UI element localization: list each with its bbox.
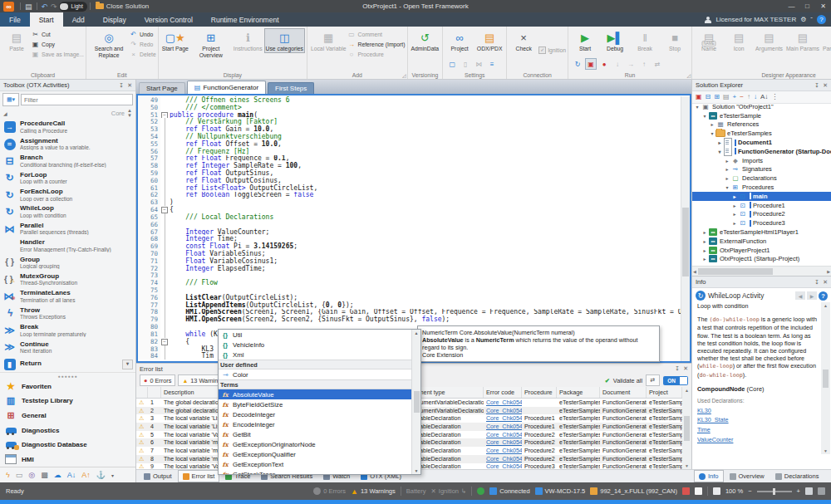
tree-item-solution-otxproject1[interactable]: ▾▣Solution "OtxProject1" <box>692 102 831 111</box>
menu-tab-version-control[interactable]: Version Control <box>135 12 202 27</box>
zoom-slider[interactable] <box>757 491 792 492</box>
error-code-link[interactable]: Core_Chk054 <box>484 423 522 430</box>
translate-a-icon[interactable]: A↓ <box>67 471 76 479</box>
step-into-icon[interactable]: ↓ <box>612 58 623 70</box>
error-code-link[interactable]: Core_Chk054 <box>484 456 522 462</box>
menu-tab-display[interactable]: Display <box>94 12 135 27</box>
pin-icon[interactable]: ↧ <box>675 365 680 372</box>
ribbon-button-check[interactable]: ×Check <box>509 28 538 53</box>
status-errors[interactable]: 0 Errors <box>313 487 346 495</box>
stop-x-icon[interactable]: ▣ <box>585 58 597 70</box>
grid-view-icon[interactable] <box>818 487 825 495</box>
move-down-icon[interactable]: ↓ <box>754 94 757 100</box>
status-vci[interactable]: VW-MCD-17.5 <box>535 487 586 495</box>
panel-tab-overview[interactable]: Overview <box>725 470 770 482</box>
column-header-error-code[interactable]: Error code <box>484 387 522 398</box>
error-code-link[interactable]: Core_Chk054 <box>484 448 522 454</box>
status-vci-monitor[interactable] <box>477 487 484 495</box>
chevron-right-icon[interactable]: ▸ <box>716 139 723 145</box>
toolbox-category-general[interactable]: ⊞General <box>0 409 135 423</box>
chevron-right-icon[interactable]: ▸ <box>731 211 738 217</box>
restart-icon[interactable]: ↻ <box>572 58 583 70</box>
popup-item-util[interactable]: {}Util <box>219 330 411 340</box>
chevron-down-icon[interactable]: ▾ <box>701 113 708 119</box>
chevron-down-icon[interactable]: ▾ <box>724 184 730 190</box>
tree-item-otxproject1-startup-project[interactable]: ▸∞OtxProject1 (Startup-Project) <box>692 255 831 264</box>
error-code-link[interactable]: Core_Chk054 <box>484 463 522 469</box>
ribbon-button-project-overview[interactable]: ⊞Project Overview <box>190 28 232 59</box>
chevron-right-icon[interactable]: ▸ <box>724 175 730 181</box>
solution-explorer-hscrollbar[interactable]: ◀▶ <box>692 266 831 276</box>
ribbon-button-reference-import[interactable]: →Reference (Import) <box>347 40 405 49</box>
move-up-icon[interactable]: ↑ <box>747 94 750 100</box>
close-icon[interactable]: ✕ <box>823 279 828 286</box>
toolbox-item-whileloop[interactable]: ↻WhileLoopLoop with condition <box>0 203 135 220</box>
save-icon[interactable]: ▤ <box>25 2 32 11</box>
popup-item-color[interactable]: ⊸Color <box>219 369 411 379</box>
pin-icon[interactable]: ↧ <box>119 82 124 89</box>
expand-all-icon[interactable]: ⊞ <box>714 94 720 100</box>
code-editor[interactable]: 49 /// Öffnen eines Screens 650 /// </co… <box>138 96 681 361</box>
lab-icon[interactable]: ⚓ <box>96 471 106 479</box>
panel-tab-info[interactable]: Info <box>694 470 724 482</box>
toolbox-item-return[interactable]: ▮Return▾ <box>0 355 135 372</box>
close-icon[interactable]: ✕ <box>127 82 132 89</box>
panel-tab-declarations[interactable]: Declarations <box>770 470 824 482</box>
new-page-icon[interactable]: ▯ <box>460 58 471 70</box>
chevron-down-icon[interactable]: ▾ <box>716 149 723 154</box>
runtime-red-icon[interactable] <box>682 487 690 495</box>
maximize-button[interactable]: □ <box>799 0 815 12</box>
toolbox-item-throw[interactable]: ϟ!ThrowThrows Exceptions <box>0 305 135 321</box>
remove-item-icon[interactable]: − <box>740 94 744 100</box>
toolbox-category-teststep-library[interactable]: ▥Teststep Library <box>0 394 135 409</box>
popup-item-getstacktrace[interactable]: fxGetStackTrace <box>219 469 411 474</box>
popup-item-bytefieldgetsize[interactable]: fxByteFieldGetSize <box>219 399 411 409</box>
toolbox-category-diagnostics[interactable]: Diagnostics <box>0 423 135 438</box>
tree-item-etestersample[interactable]: ▾∞eTesterSample <box>692 111 831 120</box>
screen-icon[interactable] <box>695 487 702 495</box>
toolbox-item-procedurecall[interactable]: →ProcedureCallCalling a Procedure <box>0 119 135 135</box>
cloud-icon[interactable]: ☁ <box>54 471 61 479</box>
popup-scrollbar[interactable]: ▲▼ <box>411 330 420 474</box>
ribbon-button-start-page[interactable]: ▢★Start Page <box>160 28 190 53</box>
tree-item-functiongenerator-startup-docu[interactable]: ▾FunctionGenerator (Startup-Docu <box>692 147 831 156</box>
show-all-files-icon[interactable]: ▤ <box>723 94 730 100</box>
column-header-package[interactable]: Package <box>557 387 600 398</box>
chevron-right-icon[interactable]: ▸ <box>701 238 708 244</box>
close-icon[interactable]: ✕ <box>683 365 688 372</box>
toolbox-item-continue[interactable]: ≫ContinueNext iteration <box>0 339 135 355</box>
column-header-blank[interactable] <box>148 387 161 398</box>
monitor-icon[interactable]: ▢ <box>446 58 458 70</box>
step-in2-icon[interactable]: ⇄ <box>652 58 663 70</box>
editor-vertical-scrollbar[interactable] <box>681 96 690 361</box>
error-code-link[interactable]: Core_Chk054 <box>484 439 522 446</box>
close-icon[interactable]: ✕ <box>823 82 828 89</box>
ribbon-button-project[interactable]: ∞Project <box>445 28 475 53</box>
close-solution-button[interactable]: Close Solution <box>106 2 150 10</box>
error-code-link[interactable]: Core_Chk054 <box>484 415 522 422</box>
chevron-right-icon[interactable]: ▸ <box>731 203 738 208</box>
status-connected[interactable]: Connected <box>489 487 529 495</box>
tree-item-imports[interactable]: ▸◆Imports <box>692 156 831 165</box>
toolbox-splitter[interactable]: ●●●●●● <box>0 372 135 379</box>
column-header-blank[interactable] <box>136 387 148 398</box>
page-icon[interactable] <box>713 487 720 495</box>
collapse-ribbon-icon[interactable]: ˆ <box>810 16 813 23</box>
tree-item-references[interactable]: ▸▦References <box>692 120 831 130</box>
translate-b-icon[interactable]: A↑ <box>81 471 91 479</box>
toolbox-item-assignment[interactable]: =AssignmentAssigns a value to a variable… <box>0 135 135 152</box>
swap-columns-button[interactable]: ⇄ <box>646 374 660 386</box>
theme-toggle[interactable]: Light <box>59 2 87 12</box>
toolbox-item-foreachloop[interactable]: ↻ForEachLoopLoop over a collection <box>0 187 135 203</box>
tree-item-document1[interactable]: ▸Document1 <box>692 138 831 147</box>
bottom-tab-error-list[interactable]: Error list <box>178 470 220 482</box>
ribbon-button-odx-pdx[interactable]: ▤ODX/PDX <box>475 28 504 53</box>
popup-item-getexceptionqualifier[interactable]: fxGetExceptionQualifier <box>219 449 411 459</box>
toolbox-item-branch[interactable]: ⊟BranchConditional branching (if-elseif-… <box>0 153 135 169</box>
bottom-tab-output[interactable]: Output <box>139 470 177 482</box>
popup-item-vehicleinfo[interactable]: {}VehicleInfo <box>219 340 411 350</box>
tree-item-procedures[interactable]: ▾⊞Procedures <box>692 183 831 192</box>
ribbon-button-debug[interactable]: ▶▌Debug <box>600 28 630 53</box>
step-over-icon[interactable]: → <box>625 58 637 70</box>
error-code-link[interactable]: Core_Chk054 <box>484 399 522 406</box>
